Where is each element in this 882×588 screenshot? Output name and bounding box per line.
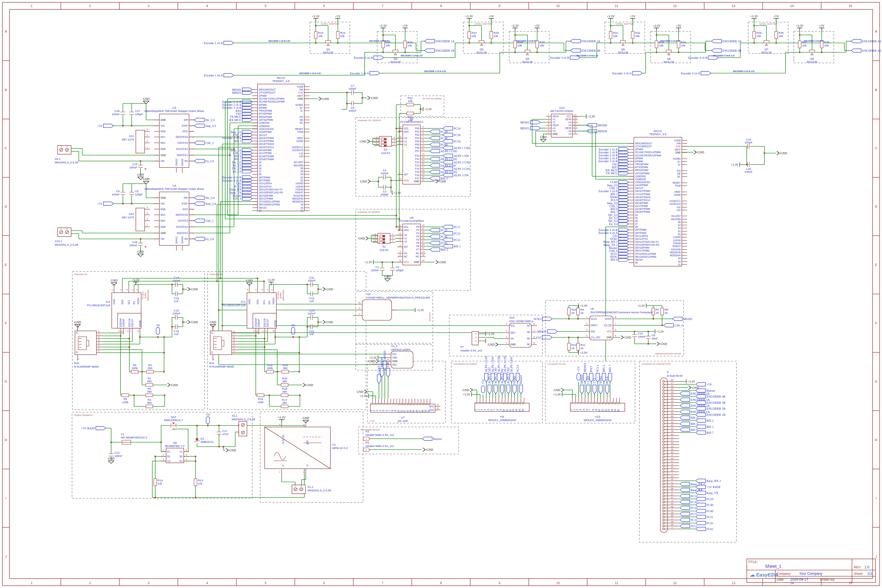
dip-switch-knob[interactable] <box>384 142 386 143</box>
net-port-flag[interactable] <box>443 140 453 143</box>
mosfet-glyph-Q3[interactable] <box>479 40 484 43</box>
mosfet-glyph-Q6[interactable] <box>666 50 672 52</box>
net-port-flag[interactable] <box>377 375 381 384</box>
component-R1[interactable] <box>146 384 153 386</box>
net-port-flag[interactable] <box>194 219 204 222</box>
net-port-flag[interactable] <box>696 527 706 531</box>
net-port-flag[interactable] <box>494 385 497 394</box>
gnd-symbol[interactable] <box>366 237 368 240</box>
net-port-flag[interactable] <box>430 228 440 232</box>
component-R21[interactable] <box>407 103 414 106</box>
net-port-flag[interactable] <box>386 368 390 377</box>
mosfet-arrow[interactable] <box>172 423 174 424</box>
net-port-flag[interactable] <box>606 385 609 394</box>
net-port-flag[interactable] <box>488 385 491 394</box>
net-port-flag[interactable] <box>711 49 721 52</box>
net-port-flag[interactable] <box>443 225 453 229</box>
component-U12[interactable] <box>136 208 145 231</box>
gnd-symbol[interactable] <box>621 336 624 339</box>
net-port-flag[interactable] <box>430 164 440 167</box>
component-R4[interactable] <box>146 405 153 408</box>
net-port-flag[interactable] <box>570 49 580 52</box>
gnd-symbol[interactable] <box>226 448 228 452</box>
net-port-flag[interactable] <box>542 336 552 339</box>
net-port-flag[interactable] <box>194 237 204 241</box>
gnd-symbol[interactable] <box>423 448 425 452</box>
sheet-value[interactable]: 1/1 <box>867 572 872 576</box>
mosfet-body-diode[interactable] <box>668 53 670 55</box>
net-port-flag[interactable] <box>680 512 690 516</box>
component-U4[interactable] <box>159 192 189 245</box>
net-port-flag[interactable] <box>430 149 440 153</box>
gnd-symbol[interactable] <box>138 254 143 256</box>
gnd-symbol[interactable] <box>323 287 326 291</box>
net-port-flag[interactable] <box>680 500 690 504</box>
net-port-flag[interactable] <box>104 124 113 128</box>
net-port-flag[interactable] <box>542 317 552 321</box>
component-R17[interactable] <box>281 405 288 408</box>
dip-switch-knob[interactable] <box>384 138 386 140</box>
net-port-flag[interactable] <box>430 241 440 245</box>
mosfet-body-diode[interactable] <box>765 44 768 45</box>
net-port-flag[interactable] <box>443 133 453 136</box>
net-port-flag[interactable] <box>680 524 690 528</box>
net-port-flag[interactable] <box>430 157 440 161</box>
net-port-flag[interactable] <box>547 330 557 333</box>
mosfet-glyph-Q5[interactable] <box>621 40 626 43</box>
component-R27[interactable] <box>468 32 471 39</box>
net-port-flag[interactable] <box>696 479 706 483</box>
component-R5[interactable] <box>122 394 129 397</box>
net-port-flag[interactable] <box>194 202 204 206</box>
component-R18[interactable] <box>281 394 288 397</box>
sheet-title[interactable]: Sheet_1 <box>765 564 781 568</box>
gnd-symbol[interactable] <box>495 343 498 346</box>
component-R20[interactable] <box>281 384 288 386</box>
gnd-symbol[interactable] <box>367 140 370 143</box>
component-X2.1[interactable] <box>239 422 247 436</box>
net-port-flag[interactable] <box>443 154 453 158</box>
gnd-symbol[interactable] <box>540 139 546 142</box>
net-port-flag[interactable] <box>680 398 690 401</box>
net-port-flag[interactable] <box>633 71 642 75</box>
dip-switch-knob[interactable] <box>383 242 385 243</box>
net-port-flag[interactable] <box>530 126 540 130</box>
dip-switch-knob[interactable] <box>383 236 385 237</box>
net-port-flag[interactable] <box>680 428 690 431</box>
component-R15[interactable] <box>266 370 273 373</box>
net-port-flag[interactable] <box>672 317 682 321</box>
gnd-symbol[interactable] <box>323 320 326 324</box>
net-port-flag[interactable] <box>430 235 440 238</box>
net-port-flag[interactable] <box>664 324 673 327</box>
net-port-flag[interactable] <box>680 404 690 407</box>
gnd-symbol[interactable] <box>368 180 370 183</box>
component-ic[interactable] <box>362 300 392 320</box>
net-port-flag[interactable] <box>430 248 440 251</box>
net-port-flag[interactable] <box>194 141 204 145</box>
net-port-flag[interactable] <box>430 143 440 146</box>
net-port-flag[interactable] <box>506 385 510 394</box>
net-port-flag[interactable] <box>422 437 432 441</box>
net-port-flag[interactable] <box>680 488 690 492</box>
net-port-flag[interactable] <box>680 494 690 498</box>
component-U3[interactable] <box>159 114 189 168</box>
easyeda-logo[interactable]: ☁ EasyEDA <box>750 572 778 578</box>
component-R9[interactable] <box>577 308 580 315</box>
component-R3[interactable] <box>146 370 153 373</box>
net-port-flag[interactable] <box>224 41 234 45</box>
mosfet-body-diode[interactable] <box>481 44 483 45</box>
gnd-symbol[interactable] <box>168 383 170 387</box>
component-R13[interactable] <box>194 478 197 486</box>
net-port-flag[interactable] <box>374 56 384 59</box>
net-port-flag[interactable] <box>104 202 113 206</box>
net-port-flag[interactable] <box>696 419 706 422</box>
net-port-flag[interactable] <box>443 127 453 130</box>
net-port-flag[interactable] <box>680 392 690 395</box>
gnd-symbol[interactable] <box>561 388 564 392</box>
net-port-flag[interactable] <box>851 49 861 52</box>
net-port-flag[interactable] <box>443 146 453 150</box>
gnd-symbol[interactable] <box>385 279 391 281</box>
component-R24[interactable] <box>337 32 339 39</box>
net-port-flag[interactable] <box>194 124 204 128</box>
gnd-symbol[interactable] <box>364 390 367 393</box>
net-port-flag[interactable] <box>370 71 380 75</box>
